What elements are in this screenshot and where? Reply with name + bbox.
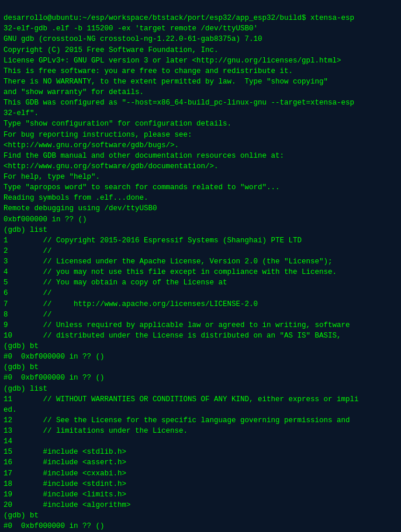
terminal-line: 6 // xyxy=(4,288,397,298)
terminal-line: 10 // distributed under the License is d… xyxy=(4,331,397,341)
terminal-line: 7 // http://www.apache.org/licenses/LICE… xyxy=(4,299,397,310)
terminal-line: For bug reporting instructions, please s… xyxy=(4,130,397,140)
terminal-line: 18 #include <stdint.h> xyxy=(4,479,397,489)
terminal-line: (gdb) list xyxy=(4,384,397,394)
terminal-line: 20 #include <algorithm> xyxy=(4,500,397,510)
terminal-line: Find the GDB manual and other documentat… xyxy=(4,151,397,161)
terminal-line: and "show warranty" for details. xyxy=(4,87,397,98)
terminal-line: 1 // Copyright 2015-2016 Espressif Syste… xyxy=(4,235,397,246)
terminal-line: There is NO WARRANTY, to the extent perm… xyxy=(4,77,397,87)
terminal-line: 32-elf". xyxy=(4,108,397,119)
terminal-line: 0xbf000000 in ?? () xyxy=(4,214,397,225)
terminal-line: 14 xyxy=(4,436,397,447)
terminal-line: (gdb) list xyxy=(4,225,397,235)
terminal-line: Reading symbols from .elf...done. xyxy=(4,193,397,203)
terminal-line: Type "show configuration" for configurat… xyxy=(4,119,397,129)
terminal-line: (gdb) bt xyxy=(4,510,397,521)
terminal-line: 5 // You may obtain a copy of the Licens… xyxy=(4,277,397,288)
terminal-line: <http://www.gnu.org/software/gdb/bugs/>. xyxy=(4,140,397,151)
terminal-line: desarrollo@ubuntu:~/esp/workspace/btstac… xyxy=(4,13,397,23)
terminal-line: 8 // xyxy=(4,310,397,320)
terminal-line: Copyright (C) 2015 Free Software Foundat… xyxy=(4,45,397,55)
terminal-line: 17 #include <cxxabi.h> xyxy=(4,468,397,479)
terminal-line: For help, type "help". xyxy=(4,172,397,182)
terminal-line: This is free software: you are free to c… xyxy=(4,66,397,77)
terminal-line: (gdb) bt xyxy=(4,341,397,352)
terminal-line: 15 #include <stdlib.h> xyxy=(4,447,397,457)
terminal-line: #0 0xbf000000 in ?? () xyxy=(4,352,397,362)
terminal-line: (gdb) bt xyxy=(4,362,397,373)
terminal-line: 32-elf-gdb .elf -b 115200 -ex 'target re… xyxy=(4,23,397,34)
terminal-line: 4 // you may not use this file except in… xyxy=(4,267,397,277)
terminal-line: #0 0xbf000000 in ?? () xyxy=(4,521,397,531)
terminal-line: 3 // Licensed under the Apache License, … xyxy=(4,256,397,267)
terminal-line: 19 #include <limits.h> xyxy=(4,489,397,500)
terminal-line: Remote debugging using /dev/ttyUSB0 xyxy=(4,203,397,214)
terminal-window[interactable]: desarrollo@ubuntu:~/esp/workspace/btstac… xyxy=(0,0,401,532)
terminal-line: 9 // Unless required by applicable law o… xyxy=(4,320,397,331)
terminal-line: #0 0xbf000000 in ?? () xyxy=(4,373,397,383)
terminal-line: 16 #include <assert.h> xyxy=(4,457,397,468)
terminal-line: Type "apropos word" to search for comman… xyxy=(4,182,397,193)
terminal-line: <http://www.gnu.org/software/gdb/documen… xyxy=(4,161,397,172)
terminal-line: This GDB was configured as "--host=x86_6… xyxy=(4,98,397,108)
terminal-line: License GPLv3+: GNU GPL version 3 or lat… xyxy=(4,55,397,66)
terminal-line: GNU gdb (crosstool-NG crosstool-ng-1.22.… xyxy=(4,34,397,44)
terminal-line: 2 // xyxy=(4,246,397,256)
terminal-line: ed. xyxy=(4,405,397,415)
terminal-line: 13 // limitations under the License. xyxy=(4,426,397,436)
terminal-line: 12 // See the License for the specific l… xyxy=(4,415,397,426)
terminal-line: 11 // WITHOUT WARRANTIES OR CONDITIONS O… xyxy=(4,394,397,405)
